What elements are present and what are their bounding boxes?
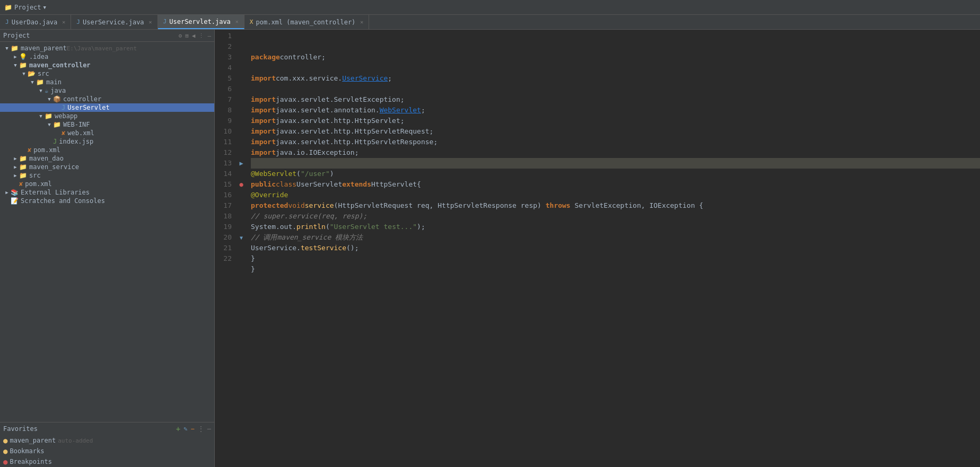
favorites-remove-button[interactable]: − bbox=[191, 425, 195, 433]
tree-item-WEB-INF[interactable]: ▼📁WEB-INF bbox=[0, 120, 214, 129]
code-line-20[interactable]: } bbox=[251, 253, 980, 264]
tree-arrow-java[interactable]: ▼ bbox=[37, 88, 45, 93]
tree-arrow-maven_parent[interactable]: ▼ bbox=[3, 46, 11, 51]
code-line-21[interactable]: } bbox=[251, 264, 980, 275]
tab-UserServlet[interactable]: JUserServlet.java✕ bbox=[158, 15, 244, 29]
tree-item-src_root[interactable]: ▶📁src bbox=[0, 171, 214, 180]
tree-arrow-maven_service[interactable]: ▶ bbox=[12, 164, 19, 170]
line-numbers: 12345678910111213141516171819202122 bbox=[215, 30, 236, 467]
fav-dot-bookmarks: ● bbox=[3, 447, 7, 455]
more-icon[interactable]: ⋮ bbox=[198, 32, 204, 39]
code-line-9[interactable]: import javax.servlet.http.HttpServletRes… bbox=[251, 137, 980, 147]
tree-item-index.jsp[interactable]: Jindex.jsp bbox=[0, 137, 214, 146]
tree-arrow-src[interactable]: ▼ bbox=[20, 71, 28, 76]
tab-UserService[interactable]: JUserService.java✕ bbox=[71, 15, 158, 29]
tree-item-java[interactable]: ▼☕java bbox=[0, 86, 214, 95]
tree-icon-maven_controller: 📁 bbox=[19, 61, 27, 69]
code-line-17[interactable]: System.out.println("UserServlet test..."… bbox=[251, 222, 980, 232]
code-line-6[interactable]: import javax.servlet.annotation.WebServl… bbox=[251, 105, 980, 116]
code-line-12[interactable]: @WebServlet("/user") bbox=[251, 169, 980, 179]
code-line-14[interactable]: @Override bbox=[251, 190, 980, 200]
code-line-3[interactable]: import com.xxx.service.UserService; bbox=[251, 73, 980, 84]
tree-arrow-ext_libs[interactable]: ▶ bbox=[3, 190, 11, 195]
tab-UserDao[interactable]: JUserDao.java✕ bbox=[0, 15, 71, 29]
code-container[interactable]: 12345678910111213141516171819202122 ▶●▼ … bbox=[215, 30, 980, 467]
tree-item-maven_service[interactable]: ▶📁maven_service bbox=[0, 163, 214, 171]
line-number-18: 18 bbox=[215, 211, 232, 222]
tree-item-src[interactable]: ▼📂src bbox=[0, 69, 214, 78]
code-line-22[interactable] bbox=[251, 275, 980, 285]
fold-icon: ▼ bbox=[240, 235, 243, 241]
fav-item-breakpoints[interactable]: ●Breakpoints bbox=[0, 456, 214, 467]
code-line-10[interactable]: import java.io.IOException; bbox=[251, 147, 980, 158]
fav-label-bookmarks: Bookmarks bbox=[10, 447, 44, 455]
project-label[interactable]: 📁 Project ▼ bbox=[4, 4, 46, 11]
collapse-icon[interactable]: — bbox=[207, 32, 211, 39]
tree-icon-controller: 📦 bbox=[53, 95, 61, 103]
code-line-5[interactable]: import javax.servlet.ServletException; bbox=[251, 94, 980, 105]
code-line-1[interactable]: package controller; bbox=[251, 52, 980, 63]
tab-pom[interactable]: Xpom.xml (maven_controller)✕ bbox=[244, 15, 370, 29]
tree-item-pom_controller[interactable]: ✘pom.xml bbox=[0, 146, 214, 154]
line-number-17: 17 bbox=[215, 200, 232, 211]
tree-arrow-main[interactable]: ▼ bbox=[29, 80, 36, 85]
code-line-19[interactable]: UserService.testService(); bbox=[251, 243, 980, 253]
project-icon: 📁 bbox=[4, 4, 12, 11]
favorites-section: Favorites + ✎ − ⋮ — ●maven_parent auto-a… bbox=[0, 422, 214, 467]
code-line-18[interactable]: // 调用maven_service 模块方法 bbox=[251, 232, 980, 243]
tree-icon-WEB-INF: 📁 bbox=[53, 121, 61, 128]
code-line-15[interactable]: protected void service(HttpServletReques… bbox=[251, 200, 980, 211]
gutter-3 bbox=[236, 52, 247, 63]
tree-item-UserServlet[interactable]: JUserServlet bbox=[0, 103, 214, 112]
gutter-9 bbox=[236, 116, 247, 126]
code-editor[interactable]: package controller;import com.xxx.servic… bbox=[247, 30, 980, 467]
favorites-add-button[interactable]: + bbox=[176, 425, 180, 433]
tree-item-idea[interactable]: ▶💡.idea bbox=[0, 52, 214, 61]
gear-icon[interactable]: ⚙ bbox=[179, 32, 182, 39]
gutter-5 bbox=[236, 73, 247, 84]
code-line-16[interactable]: // super.service(req, resp); bbox=[251, 211, 980, 222]
tree-item-maven_controller[interactable]: ▼📁maven_controller bbox=[0, 61, 214, 69]
tree-item-ext_libs[interactable]: ▶📚External Libraries bbox=[0, 188, 214, 197]
gutter-19 bbox=[236, 222, 247, 232]
tree-item-maven_dao[interactable]: ▶📁maven_dao bbox=[0, 154, 214, 163]
tab-close-UserDao[interactable]: ✕ bbox=[62, 19, 65, 25]
tree-arrow-WEB-INF[interactable]: ▼ bbox=[46, 122, 53, 127]
code-line-2[interactable] bbox=[251, 63, 980, 73]
tree-item-webapp[interactable]: ▼📁webapp bbox=[0, 112, 214, 120]
tab-close-UserServlet[interactable]: ✕ bbox=[235, 19, 239, 24]
tree-arrow-controller[interactable]: ▼ bbox=[46, 96, 53, 102]
tree-label-main: main bbox=[46, 78, 62, 86]
favorites-edit-button[interactable]: ✎ bbox=[183, 425, 187, 433]
code-line-4[interactable] bbox=[251, 84, 980, 94]
layout-icon[interactable]: ⊞ bbox=[185, 32, 189, 39]
code-line-13[interactable]: public class UserServlet extends HttpSer… bbox=[251, 179, 980, 190]
tree-arrow-maven_controller[interactable]: ▼ bbox=[12, 63, 19, 68]
code-line-7[interactable]: import javax.servlet.http.HttpServlet; bbox=[251, 116, 980, 126]
tab-close-UserService[interactable]: ✕ bbox=[149, 19, 152, 25]
tree-icon-src_root: 📁 bbox=[19, 172, 27, 179]
fav-dot-breakpoints: ● bbox=[3, 457, 7, 466]
fav-item-bookmarks[interactable]: ●Bookmarks bbox=[0, 446, 214, 456]
tree-arrow-webapp[interactable]: ▼ bbox=[37, 113, 45, 119]
tree-item-main[interactable]: ▼📁main bbox=[0, 78, 214, 86]
tree-item-pom_root[interactable]: ✘pom.xml bbox=[0, 180, 214, 188]
tree-item-web.xml[interactable]: ✘web.xml bbox=[0, 129, 214, 137]
line-number-5: 5 bbox=[215, 73, 232, 84]
tree-icon-maven_service: 📁 bbox=[19, 163, 27, 171]
tree-arrow-idea[interactable]: ▶ bbox=[12, 54, 19, 59]
tree-arrow-maven_dao[interactable]: ▶ bbox=[12, 156, 19, 161]
favorites-more-icon[interactable]: ⋮ bbox=[198, 425, 204, 433]
favorites-collapse-icon[interactable]: — bbox=[207, 425, 211, 433]
project-dropdown-icon[interactable]: ▼ bbox=[43, 5, 46, 10]
fav-item-maven_parent_fav[interactable]: ●maven_parent auto-added bbox=[0, 435, 214, 446]
code-line-8[interactable]: import javax.servlet.http.HttpServletReq… bbox=[251, 126, 980, 137]
tree-item-maven_parent[interactable]: ▼📁maven_parent E:\Java\maven_parent bbox=[0, 44, 214, 52]
tab-close-pom[interactable]: ✕ bbox=[360, 19, 363, 25]
tree-item-scratches[interactable]: 📝Scratches and Consoles bbox=[0, 197, 214, 205]
code-line-11[interactable] bbox=[251, 158, 980, 169]
tree-arrow-src_root[interactable]: ▶ bbox=[12, 173, 19, 178]
tree-item-controller[interactable]: ▼📦controller bbox=[0, 95, 214, 103]
hide-icon[interactable]: ◀ bbox=[192, 32, 196, 39]
editor-area: 12345678910111213141516171819202122 ▶●▼ … bbox=[215, 30, 980, 467]
